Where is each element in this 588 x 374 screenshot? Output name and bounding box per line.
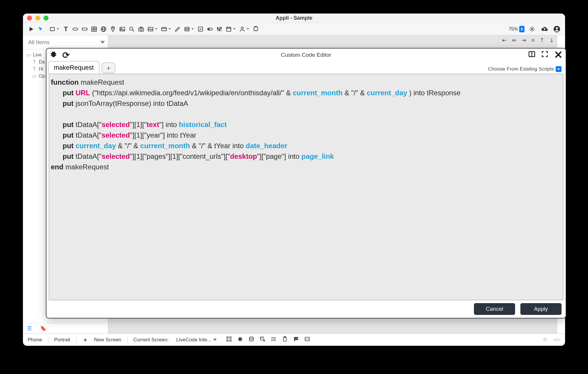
align-right-icon[interactable]: ⇥ bbox=[522, 37, 526, 44]
svg-line-52 bbox=[264, 341, 265, 342]
svg-rect-46 bbox=[230, 340, 231, 341]
tree-label: Op bbox=[39, 74, 45, 79]
chevron-down-icon bbox=[556, 66, 562, 72]
cloud-upload-icon[interactable] bbox=[540, 24, 549, 34]
play-icon[interactable] bbox=[26, 24, 36, 34]
field-icon[interactable] bbox=[80, 24, 89, 34]
cancel-label: Cancel bbox=[486, 306, 503, 312]
checklist-icon[interactable] bbox=[271, 336, 277, 343]
svg-rect-2 bbox=[82, 28, 87, 30]
apps-icon[interactable] bbox=[226, 336, 232, 343]
svg-point-16 bbox=[140, 28, 142, 30]
modal-footer: Cancel Apply bbox=[46, 300, 566, 318]
svg-line-14 bbox=[133, 30, 134, 31]
svg-rect-43 bbox=[227, 337, 228, 338]
image-icon[interactable] bbox=[118, 24, 127, 34]
calendar-icon[interactable] bbox=[224, 24, 233, 34]
tab-label: makeRequest bbox=[54, 64, 94, 71]
existing-scripts-dropdown[interactable]: Choose From Existing Scripts bbox=[488, 66, 562, 72]
svg-rect-45 bbox=[227, 340, 228, 341]
link-icon[interactable] bbox=[251, 24, 260, 34]
gear-icon[interactable] bbox=[527, 24, 537, 34]
checkbox-icon[interactable] bbox=[196, 24, 205, 34]
apply-button[interactable]: Apply bbox=[520, 303, 562, 315]
current-screen-dropdown[interactable]: LiveCode Inte... bbox=[175, 336, 218, 343]
align-top-icon[interactable]: ⤒ bbox=[540, 37, 544, 44]
plus-icon[interactable]: ＋ bbox=[82, 336, 88, 344]
bookmark-icon[interactable]: 🔖 bbox=[40, 325, 46, 332]
database-search-icon[interactable] bbox=[260, 336, 265, 343]
clipboard-icon[interactable] bbox=[282, 336, 288, 343]
svg-point-25 bbox=[208, 28, 210, 30]
current-screen-label: Current Screen: bbox=[133, 337, 169, 343]
globe-icon[interactable] bbox=[99, 24, 108, 34]
database-icon[interactable] bbox=[248, 336, 254, 343]
shape-rect-icon[interactable] bbox=[48, 24, 57, 34]
chevron-down-icon bbox=[213, 339, 217, 341]
text-icon[interactable]: T bbox=[61, 24, 71, 34]
zoom-stepper-icon[interactable] bbox=[519, 26, 524, 32]
pointer-icon[interactable] bbox=[36, 24, 45, 34]
script-tab[interactable]: makeRequest bbox=[48, 61, 99, 74]
scripts-label: Choose From Existing Scripts bbox=[488, 66, 554, 72]
pin-icon[interactable] bbox=[108, 24, 118, 34]
edit-icon[interactable] bbox=[173, 24, 182, 34]
pill-icon: ⬭ bbox=[32, 74, 37, 79]
camera-icon[interactable] bbox=[136, 24, 146, 34]
tab-row: makeRequest ＋ Choose From Existing Scrip… bbox=[46, 61, 566, 74]
svg-point-38 bbox=[531, 28, 533, 30]
svg-point-40 bbox=[556, 27, 558, 29]
code-icon[interactable] bbox=[304, 336, 310, 343]
pill-icon[interactable] bbox=[71, 24, 80, 34]
statusbar: Phone Portrait ＋ New Screen Current Scre… bbox=[23, 333, 565, 346]
left-bottom-tabs: ☰ 🔖 bbox=[23, 323, 108, 333]
new-screen-button[interactable]: New Screen bbox=[94, 337, 121, 343]
chat-icon[interactable] bbox=[293, 336, 299, 343]
titlebar: Appli - Sample bbox=[23, 14, 565, 23]
tree-label: Hi bbox=[39, 66, 43, 72]
align-center-h-icon[interactable]: ⇔ bbox=[512, 37, 516, 44]
bug-icon[interactable] bbox=[237, 336, 243, 343]
toggle-icon[interactable] bbox=[205, 24, 215, 34]
svg-rect-37 bbox=[254, 27, 258, 31]
svg-rect-0 bbox=[50, 27, 55, 31]
svg-rect-18 bbox=[162, 27, 167, 31]
sliders-icon[interactable] bbox=[215, 24, 224, 34]
code-textarea[interactable]: function makeRequest put URL ("https://a… bbox=[49, 74, 563, 300]
align-justify-icon[interactable]: ≡ bbox=[531, 37, 534, 44]
zoom-level[interactable]: 75% bbox=[509, 26, 524, 32]
text-icon: T bbox=[32, 59, 37, 65]
status-tool-icons bbox=[226, 336, 310, 343]
main-toolbar: T bbox=[23, 23, 565, 35]
device-label[interactable]: Phone bbox=[28, 337, 42, 343]
search-icon[interactable] bbox=[127, 24, 136, 34]
chevron-down-icon[interactable] bbox=[100, 41, 105, 44]
list-icon[interactable] bbox=[182, 24, 192, 34]
left-search-row bbox=[23, 35, 108, 49]
align-left-icon[interactable]: ⇤ bbox=[502, 37, 507, 44]
svg-point-49 bbox=[249, 337, 253, 338]
account-icon[interactable] bbox=[552, 24, 562, 34]
svg-point-36 bbox=[241, 27, 243, 29]
svg-point-50 bbox=[260, 337, 264, 338]
picture-icon[interactable] bbox=[146, 24, 155, 34]
list-view-icon[interactable]: ☰ bbox=[27, 325, 32, 332]
svg-rect-23 bbox=[198, 27, 203, 31]
alignment-toolbar: ⇤ ⇔ ⇥ ≡ ⤒ ⤓ bbox=[499, 35, 557, 45]
card-icon[interactable] bbox=[159, 24, 169, 34]
history-icon[interactable]: ↻ bbox=[543, 337, 547, 343]
orientation-label[interactable]: Portrait bbox=[54, 337, 70, 343]
svg-rect-44 bbox=[230, 337, 231, 338]
code-editor-modal: ⟳ Custom Code Editor ✕ makeRequest ＋ Cho… bbox=[46, 48, 566, 318]
svg-rect-32 bbox=[227, 27, 231, 31]
svg-rect-1 bbox=[73, 28, 78, 30]
code-view-icon[interactable]: </> bbox=[553, 337, 560, 343]
grid-icon[interactable] bbox=[89, 24, 99, 34]
cancel-button[interactable]: Cancel bbox=[474, 303, 515, 315]
text-icon: T bbox=[32, 66, 37, 72]
modal-header: ⟳ Custom Code Editor ✕ bbox=[46, 49, 566, 61]
align-bottom-icon[interactable]: ⤓ bbox=[549, 37, 554, 44]
search-input[interactable] bbox=[28, 39, 98, 46]
add-tab-button[interactable]: ＋ bbox=[102, 63, 115, 73]
user-icon[interactable] bbox=[238, 24, 247, 34]
